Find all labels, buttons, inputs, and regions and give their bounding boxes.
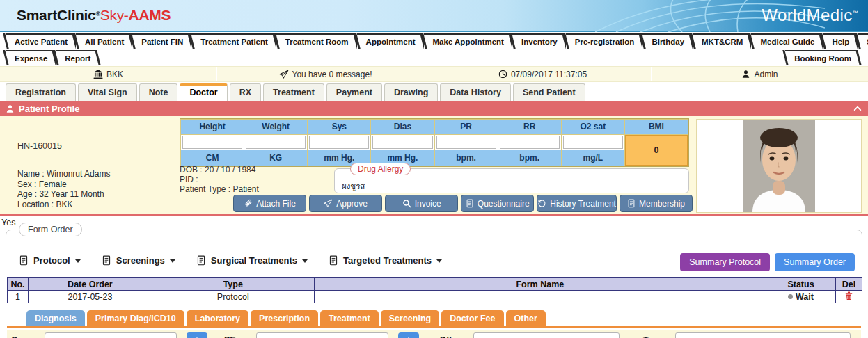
menu-tab-patient-fin[interactable]: Patient FIN bbox=[132, 33, 190, 50]
questionnaire-button[interactable]: Questionnaire bbox=[461, 195, 534, 212]
dx-select[interactable]: Select bbox=[473, 332, 620, 338]
patient-profile-header: Patient Profile bbox=[0, 101, 868, 116]
send-icon bbox=[324, 199, 333, 208]
summary-buttons: Summary Protocol Summary Order bbox=[680, 253, 855, 271]
form-doc-icon bbox=[19, 255, 29, 266]
history-treatment-button[interactable]: History Treatment bbox=[537, 195, 617, 212]
pr-input[interactable] bbox=[436, 136, 496, 149]
tab-screening[interactable]: Screening bbox=[381, 310, 439, 326]
summary-order-button[interactable]: Summary Order bbox=[775, 253, 855, 271]
membership-button[interactable]: Membership bbox=[620, 195, 693, 212]
status-user-text: Admin bbox=[754, 70, 778, 79]
message-send-icon bbox=[279, 70, 289, 79]
menu-tab-expense[interactable]: Expense bbox=[6, 50, 54, 67]
tab-registration[interactable]: Registration bbox=[6, 83, 76, 101]
form-order-section: Form Order Protocol Screenings Surgical … bbox=[6, 230, 862, 338]
rr-input[interactable] bbox=[500, 136, 560, 149]
drug-allergy-box[interactable]: Drug Allergy ผงชูรส bbox=[334, 168, 689, 193]
sys-input[interactable] bbox=[309, 136, 369, 149]
vitals-table: Height Weight Sys Dias PR RR O2 sat BMI … bbox=[180, 118, 689, 167]
dias-input[interactable] bbox=[372, 136, 432, 149]
status-location: BKK bbox=[0, 67, 217, 81]
cc-select[interactable]: Select bbox=[45, 332, 177, 338]
menu-tab-make-appointment[interactable]: Make Appointment bbox=[424, 33, 511, 50]
status-message-text: You have 0 message! bbox=[292, 70, 372, 79]
tab-payment[interactable]: Payment bbox=[326, 83, 382, 101]
protocol-dropdown[interactable]: Protocol bbox=[19, 255, 81, 266]
tab-send-patient[interactable]: Send Patient bbox=[513, 83, 585, 101]
menu-tab-birthday[interactable]: Birthday bbox=[642, 33, 691, 50]
tab-doctor[interactable]: Doctor bbox=[180, 83, 227, 101]
patient-type: Patient bbox=[233, 184, 259, 194]
tab-rx[interactable]: RX bbox=[230, 83, 261, 101]
menu-tab-treatment-patient[interactable]: Treatment Patient bbox=[191, 33, 275, 50]
menu-tab-active-patient[interactable]: Active Patient bbox=[6, 33, 74, 50]
invoice-button[interactable]: Invoice bbox=[385, 195, 458, 212]
unit-kg: KG bbox=[244, 150, 307, 166]
vitals-header-rr: RR bbox=[498, 120, 561, 134]
menu-tab-report[interactable]: Report bbox=[56, 50, 97, 67]
membership-card-icon bbox=[627, 199, 636, 208]
summary-protocol-button[interactable]: Summary Protocol bbox=[680, 253, 770, 271]
pe-add-button[interactable] bbox=[398, 332, 419, 338]
tab-other[interactable]: Other bbox=[506, 310, 546, 326]
row-form-name bbox=[314, 291, 766, 303]
row-type: Protocol bbox=[152, 291, 314, 303]
logo-aams: -AAMS bbox=[124, 7, 171, 23]
row-status: Wait bbox=[766, 291, 836, 303]
height-input[interactable] bbox=[182, 136, 242, 149]
patient-dob: 20 / 10 / 1984 bbox=[205, 165, 255, 175]
vitals-header-bmi: BMI bbox=[625, 120, 688, 134]
caret-down-icon bbox=[170, 259, 175, 263]
approve-button[interactable]: Approve bbox=[309, 195, 382, 212]
tx-label: Tx : bbox=[643, 332, 672, 338]
tab-doctor-fee[interactable]: Doctor Fee bbox=[441, 310, 503, 326]
form-order-dropdowns: Protocol Screenings Surgical Treatments … bbox=[19, 255, 442, 266]
cc-label: Cc : bbox=[11, 332, 42, 338]
patient-type-line: Patient Type : Patient bbox=[180, 184, 259, 194]
tab-data-history[interactable]: Data History bbox=[440, 83, 511, 101]
menu-tab-medical-guide[interactable]: Medical Guide bbox=[751, 33, 821, 50]
tx-select[interactable]: Select bbox=[675, 332, 851, 338]
status-user: Admin bbox=[652, 67, 868, 81]
vitals-header-sys: Sys bbox=[308, 120, 370, 134]
patient-dob-line: DOB : 20 / 10 / 1984 bbox=[180, 165, 259, 175]
menu-tab-inventory[interactable]: Inventory bbox=[512, 33, 565, 50]
menu-tab-help[interactable]: Help bbox=[823, 33, 856, 50]
menu-tab-booking-room[interactable]: Booking Room bbox=[785, 50, 858, 67]
col-del: Del bbox=[835, 278, 862, 291]
unit-mgl: mg/L bbox=[562, 150, 624, 166]
status-location-text: BKK bbox=[106, 70, 123, 79]
tab-note[interactable]: Note bbox=[139, 83, 178, 101]
collapse-chevron-up-icon[interactable] bbox=[853, 104, 862, 113]
screenings-dropdown[interactable]: Screenings bbox=[102, 255, 175, 266]
targeted-treatments-dropdown[interactable]: Targeted Treatments bbox=[329, 255, 442, 266]
tab-treatment[interactable]: Treatment bbox=[263, 83, 324, 101]
patient-photo bbox=[743, 120, 815, 212]
tab-prescription[interactable]: Prescription bbox=[251, 310, 318, 326]
menu-tab-mkt-crm[interactable]: MKT&CRM bbox=[693, 33, 750, 50]
menu-tab-setting[interactable]: Setting bbox=[858, 33, 868, 50]
weight-input[interactable] bbox=[246, 136, 306, 149]
menu-tab-appointment[interactable]: Appointment bbox=[357, 33, 423, 50]
col-date-order: Date Order bbox=[28, 278, 152, 291]
tab-drawing[interactable]: Drawing bbox=[384, 83, 438, 101]
form-doc-icon bbox=[102, 255, 111, 266]
tab-laboratory[interactable]: Laboratory bbox=[187, 310, 248, 326]
menu-tab-pre-registration[interactable]: Pre-registration bbox=[566, 33, 642, 50]
o2sat-input[interactable] bbox=[563, 136, 623, 149]
tab-vital-sign[interactable]: Vital Sign bbox=[78, 83, 137, 101]
menu-tab-all-patient[interactable]: All Patient bbox=[76, 33, 131, 50]
tab-diagnosis[interactable]: Diagnosis bbox=[26, 310, 85, 326]
tab-treatment-bottom[interactable]: Treatment bbox=[320, 310, 379, 326]
clock-icon bbox=[498, 70, 507, 79]
attach-file-button[interactable]: Attach File bbox=[233, 195, 306, 212]
menu-row-1: Active Patient All Patient Patient FIN T… bbox=[0, 33, 868, 50]
tab-primary-diag-icd10[interactable]: Primary Diag/ICD10 bbox=[87, 310, 184, 326]
delete-trash-icon[interactable] bbox=[845, 291, 853, 300]
cc-add-button[interactable] bbox=[187, 332, 207, 338]
pe-select[interactable]: Select bbox=[256, 332, 388, 338]
surgical-treatments-dropdown[interactable]: Surgical Treatments bbox=[196, 255, 308, 266]
menu-tab-treatment-room[interactable]: Treatment Room bbox=[276, 33, 356, 50]
search-icon bbox=[402, 199, 411, 208]
